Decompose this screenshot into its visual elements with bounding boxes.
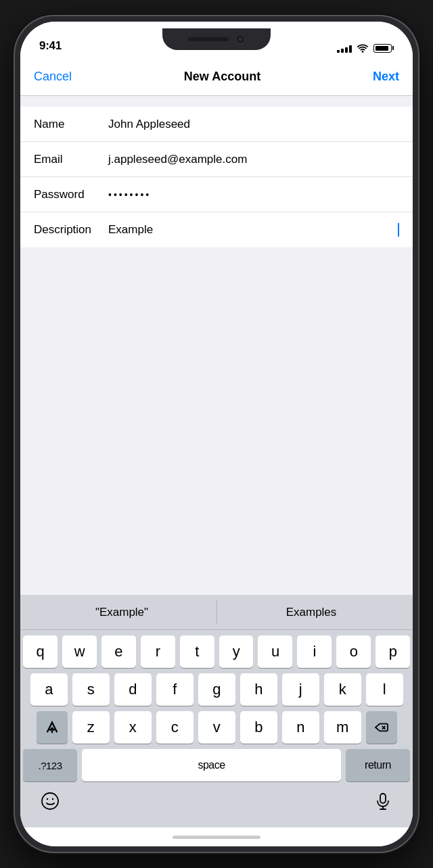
key-h[interactable]: h <box>240 673 277 706</box>
next-button[interactable]: Next <box>373 70 399 84</box>
keyboard-rows: q w e r t y u i o p a s d f g <box>20 630 413 784</box>
key-r[interactable]: r <box>141 635 175 668</box>
key-row-3: z x c v b n m <box>23 711 410 744</box>
home-indicator <box>173 836 260 839</box>
suggestion-quoted-example[interactable]: "Example" <box>27 595 216 629</box>
key-p[interactable]: p <box>375 635 410 668</box>
key-row-1: q w e r t y u i o p <box>23 635 410 668</box>
name-value[interactable]: John Appleseed <box>108 118 399 131</box>
email-value[interactable]: j.appleseed@example.com <box>108 153 399 166</box>
phone-frame: 9:41 <box>14 15 419 853</box>
key-o[interactable]: o <box>336 635 371 668</box>
key-u[interactable]: u <box>258 635 292 668</box>
password-label: Password <box>34 188 108 201</box>
navigation-bar: Cancel New Account Next <box>20 58 413 96</box>
suggestion-examples[interactable]: Examples <box>216 595 406 629</box>
key-n[interactable]: n <box>282 711 319 744</box>
cancel-button[interactable]: Cancel <box>34 70 72 84</box>
numbers-key[interactable]: .?123 <box>23 749 77 781</box>
key-row-4: .?123 space return <box>23 749 410 781</box>
key-m[interactable]: m <box>324 711 361 744</box>
key-d[interactable]: d <box>114 673 152 706</box>
battery-icon <box>373 44 394 53</box>
email-label: Email <box>34 153 108 166</box>
home-indicator-bar <box>20 827 413 846</box>
key-z[interactable]: z <box>72 711 110 744</box>
content-space <box>20 247 413 595</box>
key-l[interactable]: l <box>366 673 403 706</box>
microphone-icon[interactable] <box>373 792 392 813</box>
svg-point-4 <box>47 798 48 800</box>
description-value[interactable]: Example <box>108 223 399 237</box>
key-w[interactable]: w <box>62 635 97 668</box>
signal-icon <box>337 44 352 53</box>
form-section: Name John Appleseed Email j.appleseed@ex… <box>20 107 413 247</box>
shift-key[interactable] <box>37 711 68 744</box>
key-e[interactable]: e <box>101 635 136 668</box>
key-q[interactable]: q <box>23 635 58 668</box>
svg-point-5 <box>52 798 53 800</box>
key-i[interactable]: i <box>297 635 332 668</box>
screen: 9:41 <box>20 22 413 846</box>
delete-key[interactable] <box>366 711 397 744</box>
form-spacer <box>20 96 413 107</box>
speaker <box>188 37 229 41</box>
password-value[interactable]: •••••••• <box>108 189 399 200</box>
return-key[interactable]: return <box>346 749 410 781</box>
description-label: Description <box>34 223 108 237</box>
key-v[interactable]: v <box>198 711 235 744</box>
key-t[interactable]: t <box>180 635 214 668</box>
email-row[interactable]: Email j.appleseed@example.com <box>20 142 413 177</box>
status-time: 9:41 <box>39 39 62 53</box>
key-row-2: a s d f g h j k l <box>23 673 410 706</box>
status-icons <box>337 43 394 53</box>
space-key[interactable]: space <box>82 749 341 781</box>
page-title: New Account <box>184 70 260 84</box>
key-x[interactable]: x <box>114 711 152 744</box>
emoji-icon[interactable] <box>41 792 60 813</box>
description-row[interactable]: Description Example <box>20 212 413 247</box>
key-k[interactable]: k <box>324 673 361 706</box>
name-row[interactable]: Name John Appleseed <box>20 107 413 142</box>
key-g[interactable]: g <box>198 673 235 706</box>
front-camera <box>235 34 245 44</box>
svg-rect-6 <box>380 794 386 803</box>
name-label: Name <box>34 118 108 131</box>
bottom-bar <box>20 784 413 827</box>
wifi-icon <box>357 43 369 53</box>
key-y[interactable]: y <box>219 635 254 668</box>
key-s[interactable]: s <box>72 673 110 706</box>
key-b[interactable]: b <box>240 711 277 744</box>
key-f[interactable]: f <box>156 673 193 706</box>
key-j[interactable]: j <box>282 673 319 706</box>
key-a[interactable]: a <box>30 673 68 706</box>
notch <box>162 28 271 50</box>
password-row[interactable]: Password •••••••• <box>20 177 413 212</box>
key-c[interactable]: c <box>156 711 193 744</box>
suggestions-bar: "Example" Examples <box>20 595 413 630</box>
keyboard: "Example" Examples q w e r t y u i o p <box>20 595 413 827</box>
svg-point-3 <box>42 793 58 809</box>
